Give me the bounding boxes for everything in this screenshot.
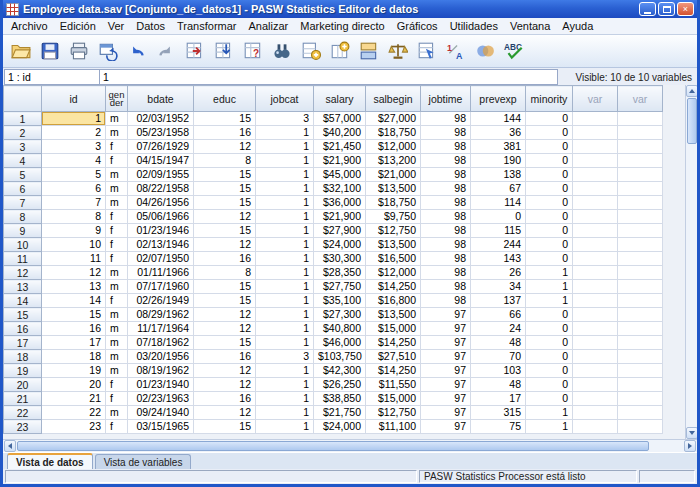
cell[interactable]: m [106, 308, 128, 322]
menu-archivo[interactable]: Archivo [5, 19, 54, 33]
cell[interactable]: 98 [421, 294, 471, 308]
vertical-scrollbar[interactable] [685, 85, 697, 439]
cell[interactable]: 244 [471, 238, 526, 252]
cell[interactable]: $13,500 [366, 182, 421, 196]
cell[interactable]: 97 [421, 322, 471, 336]
minimize-button[interactable] [639, 2, 656, 16]
find-icon[interactable] [269, 38, 295, 64]
cell[interactable]: 98 [421, 126, 471, 140]
cell[interactable]: $30,300 [314, 252, 366, 266]
cell[interactable]: 1 [526, 280, 573, 294]
cell[interactable]: m [106, 112, 128, 126]
tab-vista-de-variables[interactable]: Vista de variables [95, 454, 192, 469]
cell[interactable]: m [106, 406, 128, 420]
row-header[interactable]: 8 [4, 210, 42, 224]
cell[interactable]: m [106, 336, 128, 350]
column-header-id[interactable]: id [42, 86, 106, 112]
cell[interactable]: 15 [194, 224, 256, 238]
cell[interactable]: 04/26/1956 [128, 196, 194, 210]
cell[interactable]: 1 [256, 238, 314, 252]
cell[interactable]: 07/18/1962 [128, 336, 194, 350]
column-header-var-12[interactable]: var [618, 86, 663, 112]
cell[interactable]: $21,000 [366, 168, 421, 182]
cell[interactable]: $12,000 [366, 266, 421, 280]
cell[interactable]: 21 [42, 392, 106, 406]
cell[interactable]: 09/24/1940 [128, 406, 194, 420]
cell[interactable] [573, 126, 618, 140]
cell[interactable]: m [106, 182, 128, 196]
cell[interactable]: 98 [421, 182, 471, 196]
cell[interactable]: $24,000 [314, 238, 366, 252]
cell[interactable]: $14,250 [366, 364, 421, 378]
cell[interactable] [573, 308, 618, 322]
cell[interactable]: 190 [471, 154, 526, 168]
cell[interactable]: $14,250 [366, 336, 421, 350]
cell[interactable] [618, 112, 663, 126]
cell[interactable]: 12 [194, 140, 256, 154]
cell[interactable]: m [106, 364, 128, 378]
cell[interactable]: $26,250 [314, 378, 366, 392]
cell[interactable]: 0 [526, 182, 573, 196]
cell[interactable]: 4 [42, 154, 106, 168]
cell[interactable]: 15 [194, 294, 256, 308]
cell[interactable]: 22 [42, 406, 106, 420]
cell[interactable]: $32,100 [314, 182, 366, 196]
variables-icon[interactable]: ? [240, 38, 266, 64]
cell[interactable]: $46,000 [314, 336, 366, 350]
cell[interactable]: $24,000 [314, 420, 366, 434]
column-header-var-11[interactable]: var [573, 86, 618, 112]
cell[interactable]: 15 [194, 112, 256, 126]
cell[interactable]: $12,750 [366, 224, 421, 238]
cell[interactable]: 03/15/1965 [128, 420, 194, 434]
cell[interactable]: 0 [526, 196, 573, 210]
menu-graficos[interactable]: Gráficos [391, 19, 444, 33]
cell[interactable]: f [106, 392, 128, 406]
maximize-button[interactable] [658, 2, 675, 16]
cell[interactable]: $45,000 [314, 168, 366, 182]
cell[interactable]: 8 [194, 154, 256, 168]
cell[interactable]: 1 [256, 210, 314, 224]
cell[interactable]: $21,750 [314, 406, 366, 420]
cell[interactable] [573, 112, 618, 126]
cell[interactable]: f [106, 154, 128, 168]
cell[interactable]: 381 [471, 140, 526, 154]
cell[interactable]: 08/19/1962 [128, 364, 194, 378]
cell[interactable] [618, 294, 663, 308]
cell[interactable]: 08/29/1962 [128, 308, 194, 322]
cell[interactable]: 10 [42, 238, 106, 252]
cell[interactable]: $16,500 [366, 252, 421, 266]
cell[interactable]: 0 [526, 322, 573, 336]
cell[interactable]: 19 [42, 364, 106, 378]
cell[interactable]: 1 [256, 364, 314, 378]
value-labels-icon[interactable]: 1A [443, 38, 469, 64]
cell[interactable]: 12 [194, 210, 256, 224]
weight-cases-icon[interactable] [385, 38, 411, 64]
cell[interactable]: 24 [471, 322, 526, 336]
cell[interactable]: 0 [526, 112, 573, 126]
cell[interactable]: $18,750 [366, 196, 421, 210]
cell[interactable]: 36 [471, 126, 526, 140]
cell[interactable]: $13,500 [366, 308, 421, 322]
cell[interactable] [618, 154, 663, 168]
cell-value-input[interactable]: 1 [100, 69, 558, 85]
cell[interactable]: 97 [421, 364, 471, 378]
cell[interactable]: 0 [526, 378, 573, 392]
menu-ayuda[interactable]: Ayuda [556, 19, 599, 33]
column-header-jobtime[interactable]: jobtime [421, 86, 471, 112]
scroll-up-button[interactable] [686, 85, 698, 97]
cell[interactable]: f [106, 140, 128, 154]
cell[interactable]: 17 [471, 392, 526, 406]
cell[interactable] [573, 140, 618, 154]
cell[interactable]: 98 [421, 224, 471, 238]
cell[interactable]: 15 [42, 308, 106, 322]
cell[interactable] [618, 392, 663, 406]
cell[interactable]: 137 [471, 294, 526, 308]
cell[interactable]: 1 [256, 252, 314, 266]
row-header[interactable]: 6 [4, 182, 42, 196]
cell[interactable]: 66 [471, 308, 526, 322]
select-cases-icon[interactable] [414, 38, 440, 64]
cell[interactable]: 1 [256, 378, 314, 392]
cell[interactable]: 97 [421, 406, 471, 420]
cell[interactable]: f [106, 210, 128, 224]
cell[interactable]: 97 [421, 378, 471, 392]
